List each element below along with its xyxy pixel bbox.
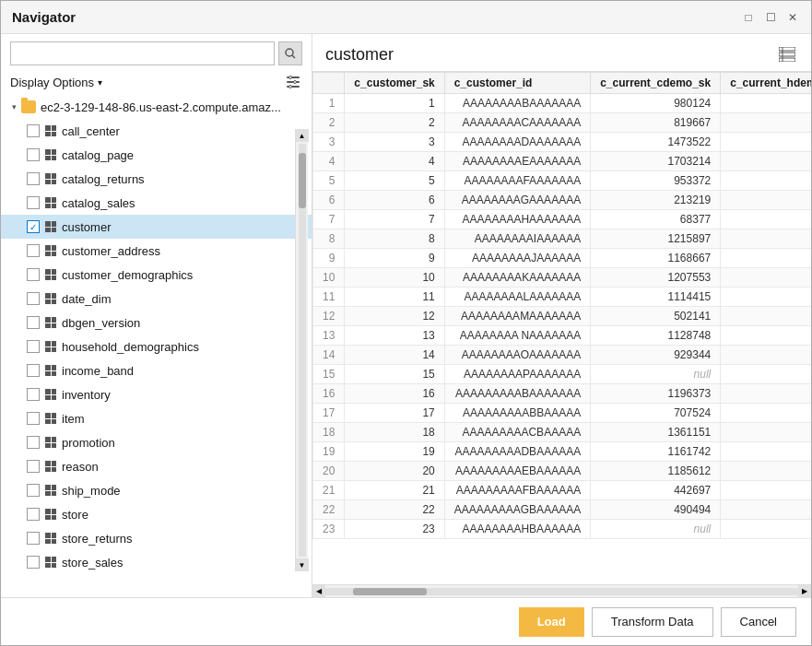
list-item[interactable]: catalog_returns	[1, 167, 312, 191]
cell-c_current_hdemo_sk: 44	[721, 171, 811, 191]
list-item-inventory[interactable]: inventory	[1, 382, 312, 406]
cell-c_current_hdemo_sk: 24	[721, 229, 811, 249]
cell-c_customer_id: AAAAAAAAAFBAAAAAA	[444, 481, 590, 500]
display-options-row: Display Options ▾	[1, 69, 312, 95]
checkbox-store[interactable]	[27, 508, 40, 521]
table-preview-icon[interactable]	[776, 43, 798, 65]
row-number: 2	[313, 113, 345, 133]
item-label: catalog_page	[62, 148, 134, 162]
horizontal-scrollbar[interactable]: ◀ ▶	[312, 584, 811, 597]
list-item[interactable]: household_demographics	[1, 335, 312, 358]
cell-c_customer_sk: 12	[345, 307, 444, 326]
data-table-wrapper[interactable]: c_customer_sk c_customer_id c_current_cd…	[312, 71, 811, 584]
item-label: promotion	[62, 436, 115, 450]
checkbox-call_center[interactable]	[27, 124, 40, 137]
load-button[interactable]: Load	[519, 607, 584, 637]
cell-c_current_cdemo_sk: 502141	[591, 307, 721, 326]
scroll-right-arrow[interactable]: ▶	[798, 585, 811, 598]
table-row: 1010AAAAAAAAKAAAAAAA120755351	[313, 268, 812, 288]
cell-c_customer_id: AAAAAAAAFAAAAAAA	[444, 171, 590, 191]
list-item[interactable]: customer_address	[1, 239, 312, 263]
search-button[interactable]	[278, 41, 302, 65]
svg-rect-10	[779, 58, 795, 62]
cell-c_customer_sk: 2	[345, 113, 444, 133]
cell-c_customer_id: AAAAAAAAHAAAAAAA	[444, 210, 590, 229]
cell-c_current_cdemo_sk: 1114415	[591, 288, 721, 307]
table-icon	[43, 364, 58, 377]
checkbox-catalog_sales[interactable]	[27, 196, 40, 209]
cell-c_current_hdemo_sk: 21	[721, 520, 811, 539]
list-item-reason[interactable]: reason	[1, 454, 312, 478]
scroll-thumb[interactable]	[299, 153, 306, 208]
cell-c_current_cdemo_sk: 980124	[591, 94, 721, 113]
table-row: 33AAAAAAAADAAAAAAA147352262	[313, 133, 812, 152]
checkbox-customer_demographics[interactable]	[27, 268, 40, 281]
col-header-c_customer_sk[interactable]: c_customer_sk	[345, 73, 444, 94]
cell-c_current_hdemo_sk: 27	[721, 326, 811, 346]
col-header-c_customer_id[interactable]: c_customer_id	[444, 73, 590, 94]
list-item[interactable]: catalog_sales	[1, 191, 312, 215]
table-icon	[43, 556, 58, 569]
cell-c_customer_sk: 7	[345, 210, 444, 229]
row-number: 9	[313, 249, 345, 268]
scroll-up-arrow[interactable]: ▲	[296, 129, 309, 142]
cell-c_customer_sk: 10	[345, 268, 444, 288]
list-item[interactable]: customer_demographics	[1, 263, 312, 287]
checkbox-customer_address[interactable]	[27, 244, 40, 257]
list-item-item[interactable]: item	[1, 406, 312, 430]
list-item[interactable]: promotion	[1, 430, 312, 454]
cell-c_customer_sk: 19	[345, 442, 444, 462]
list-item[interactable]: store_sales	[1, 550, 312, 574]
row-number: 16	[313, 384, 345, 404]
list-item[interactable]: store	[1, 502, 312, 526]
scroll-thumb[interactable]	[353, 588, 427, 595]
cell-c_current_hdemo_sk: 65	[721, 481, 811, 500]
checkbox-reason[interactable]	[27, 460, 40, 473]
display-options-button[interactable]: Display Options ▾	[10, 76, 102, 89]
scroll-down-arrow[interactable]: ▼	[296, 558, 309, 571]
col-header-c_current_hdemo_sk[interactable]: c_current_hdemo_sk	[721, 73, 811, 94]
checkbox-catalog_returns[interactable]	[27, 172, 40, 185]
checkbox-customer[interactable]	[27, 220, 40, 233]
list-item[interactable]: catalog_page	[1, 143, 312, 167]
minimize-button[interactable]: □	[741, 10, 756, 25]
checkbox-ship_mode[interactable]	[27, 484, 40, 497]
checkbox-household_demographics[interactable]	[27, 340, 40, 353]
cell-c_customer_sk: 17	[345, 404, 444, 423]
search-input[interactable]	[10, 41, 275, 65]
table-icon	[43, 316, 58, 329]
checkbox-store_returns[interactable]	[27, 532, 40, 545]
cell-c_customer_sk: 13	[345, 326, 444, 346]
table-icon	[43, 292, 58, 305]
close-button[interactable]: ✕	[785, 10, 800, 25]
list-item[interactable]: date_dim	[1, 287, 312, 311]
edit-icon[interactable]	[284, 73, 302, 91]
left-panel: Display Options ▾	[1, 34, 312, 597]
scroll-left-arrow[interactable]: ◀	[312, 585, 325, 598]
transform-data-button[interactable]: Transform Data	[592, 607, 713, 637]
checkbox-item[interactable]	[27, 412, 40, 425]
list-item[interactable]: dbgen_version	[1, 311, 312, 335]
vertical-scrollbar[interactable]: ▲ ▼	[295, 129, 308, 571]
list-item-customer[interactable]: customer	[1, 215, 312, 239]
cell-c_customer_sk: 18	[345, 423, 444, 442]
list-item[interactable]: ship_mode	[1, 478, 312, 502]
checkbox-date_dim[interactable]	[27, 292, 40, 305]
row-number: 4	[313, 152, 345, 171]
list-item[interactable]: call_center	[1, 119, 312, 143]
checkbox-dbgen_version[interactable]	[27, 316, 40, 329]
checkbox-store_sales[interactable]	[27, 556, 40, 569]
cell-c_current_hdemo_sk: 14	[721, 249, 811, 268]
checkbox-promotion[interactable]	[27, 436, 40, 449]
col-header-c_current_cdemo_sk[interactable]: c_current_cdemo_sk	[591, 73, 721, 94]
list-item[interactable]: store_returns	[1, 526, 312, 550]
checkbox-income_band[interactable]	[27, 364, 40, 377]
scroll-track	[299, 144, 306, 557]
checkbox-inventory[interactable]	[27, 388, 40, 401]
root-node[interactable]: ▾ ec2-3-129-148-86.us-east-2.compute.ama…	[1, 95, 312, 119]
cancel-button[interactable]: Cancel	[721, 607, 796, 637]
table-icon	[43, 436, 58, 449]
checkbox-catalog_page[interactable]	[27, 148, 40, 161]
maximize-button[interactable]: ☐	[763, 10, 778, 25]
list-item[interactable]: income_band	[1, 358, 312, 382]
